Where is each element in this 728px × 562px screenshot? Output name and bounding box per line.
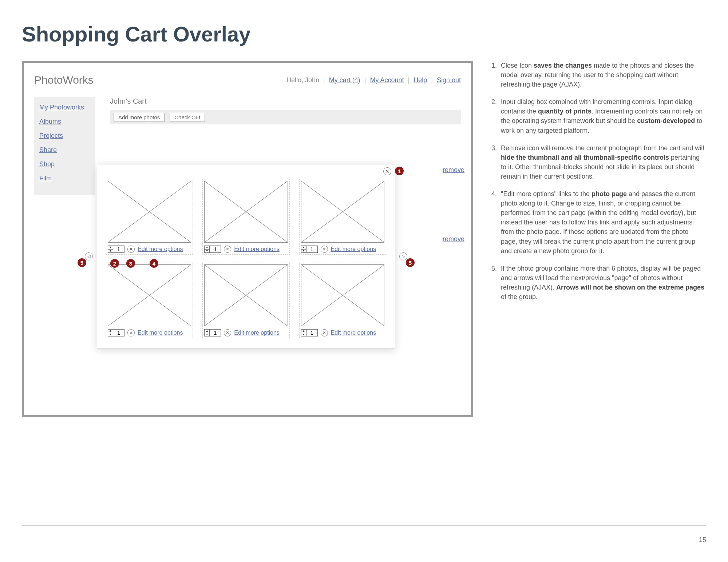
remove-thumb-icon[interactable]: ✕ [224, 329, 231, 336]
remove-thumb-icon[interactable]: ✕ [127, 246, 135, 253]
quantity-stepper[interactable]: ▲ ▼ [108, 246, 124, 253]
top-links: Hello, John | My cart (4) | My Account |… [286, 76, 461, 84]
quantity-input[interactable] [210, 246, 221, 252]
stepper-down-icon[interactable]: ▼ [205, 250, 209, 253]
close-icon[interactable]: ✕ [383, 167, 391, 175]
brand-logo: PhotoWorks [34, 74, 94, 86]
thumb-block: ▲ ▼ ✕ Edit more options [299, 179, 386, 255]
sidebar-item-projects[interactable]: Projects [39, 132, 90, 140]
thumb-block: ▲ ▼ ✕ Edit more options [106, 263, 193, 338]
edit-more-options-link[interactable]: Edit more options [331, 246, 376, 252]
action-bar: Add more photos Check Out [110, 110, 461, 124]
page-title: Shopping Cart Overlay [22, 22, 706, 46]
quantity-input[interactable] [113, 246, 124, 252]
callout-4: 4 [150, 259, 158, 268]
stepper-down-icon[interactable]: ▼ [205, 333, 209, 336]
page-number: 15 [699, 536, 706, 544]
annotation-item: Input dialog box combined with increment… [491, 97, 706, 135]
my-account-link[interactable]: My Account [370, 76, 404, 84]
sidebar-item-albums[interactable]: Albums [39, 118, 90, 125]
annotation-item: Remove icon will remove the current phot… [491, 143, 706, 181]
photo-placeholder [204, 181, 288, 243]
sidebar-item-my-photoworks[interactable]: My Photoworks [39, 104, 90, 111]
sign-out-link[interactable]: Sign out [437, 76, 461, 84]
callout-3: 3 [126, 259, 135, 268]
greeting: Hello, John [286, 76, 319, 84]
sidebar-item-shop[interactable]: Shop [39, 160, 90, 168]
callout-5-left: 5 [78, 258, 86, 267]
remove-thumb-icon[interactable]: ✕ [224, 246, 231, 253]
quantity-input[interactable] [210, 330, 221, 336]
annotation-item: If the photo group contains more than 6 … [491, 264, 706, 302]
callout-5-right: 5 [406, 258, 415, 267]
stepper-down-icon[interactable]: ▼ [301, 333, 306, 336]
quantity-stepper[interactable]: ▲ ▼ [108, 329, 124, 336]
thumb-block: ▲ ▼ ✕ Edit more options [106, 179, 193, 255]
sidebar-item-film[interactable]: Film [39, 175, 90, 182]
thumb-block: ▲ ▼ ✕ Edit more options [202, 263, 289, 338]
sidebar-item-share[interactable]: Share [39, 146, 90, 154]
help-link[interactable]: Help [414, 76, 427, 84]
thumb-block: ▲ ▼ ✕ Edit more options [299, 263, 386, 338]
quantity-input[interactable] [306, 330, 317, 336]
cart-heading: John's Cart [110, 97, 461, 105]
photo-placeholder [301, 181, 384, 243]
cart-remove-link[interactable]: remove [443, 235, 464, 243]
footer-divider [22, 525, 706, 526]
quantity-input[interactable] [306, 246, 317, 252]
annotation-item: Close Icon saves the changes made to the… [491, 61, 706, 89]
thumb-block: ▲ ▼ ✕ Edit more options [202, 179, 289, 255]
edit-more-options-link[interactable]: Edit more options [331, 330, 376, 336]
edit-more-options-link[interactable]: Edit more options [138, 246, 183, 252]
callout-2: 2 [110, 259, 119, 268]
stepper-down-icon[interactable]: ▼ [301, 250, 306, 253]
quantity-stepper[interactable]: ▲ ▼ [301, 246, 318, 253]
annotation-notes: Close Icon saves the changes made to the… [491, 61, 706, 417]
page-prev-icon[interactable]: ◁ [85, 252, 93, 260]
quantity-stepper[interactable]: ▲ ▼ [204, 246, 221, 253]
annotation-item: "Edit more options" links to the photo p… [491, 189, 706, 256]
remove-thumb-icon[interactable]: ✕ [321, 329, 328, 336]
add-more-photos-button[interactable]: Add more photos [114, 113, 165, 122]
photo-placeholder [204, 264, 288, 326]
cart-edit-modal: ✕ ◁ ▷ ▲ ▼ ✕ Edit more options [97, 164, 395, 349]
page-next-icon[interactable]: ▷ [399, 252, 407, 260]
callout-1: 1 [395, 167, 404, 175]
stepper-down-icon[interactable]: ▼ [108, 250, 113, 253]
edit-more-options-link[interactable]: Edit more options [138, 330, 183, 336]
photo-placeholder [301, 264, 384, 326]
my-cart-link[interactable]: My cart (4) [329, 76, 360, 84]
quantity-stepper[interactable]: ▲ ▼ [204, 329, 221, 336]
quantity-stepper[interactable]: ▲ ▼ [301, 329, 318, 336]
stepper-down-icon[interactable]: ▼ [108, 333, 113, 336]
browser-frame: PhotoWorks Hello, John | My cart (4) | M… [22, 61, 473, 417]
edit-more-options-link[interactable]: Edit more options [234, 246, 280, 252]
quantity-input[interactable] [113, 330, 124, 336]
photo-placeholder [108, 264, 191, 326]
remove-thumb-icon[interactable]: ✕ [321, 246, 328, 253]
edit-more-options-link[interactable]: Edit more options [234, 330, 280, 336]
sidebar: My Photoworks Albums Projects Share Shop… [34, 97, 95, 195]
check-out-button[interactable]: Check Out [170, 113, 205, 122]
photo-placeholder [108, 181, 191, 243]
cart-remove-link[interactable]: remove [443, 166, 464, 174]
remove-thumb-icon[interactable]: ✕ [127, 329, 135, 336]
